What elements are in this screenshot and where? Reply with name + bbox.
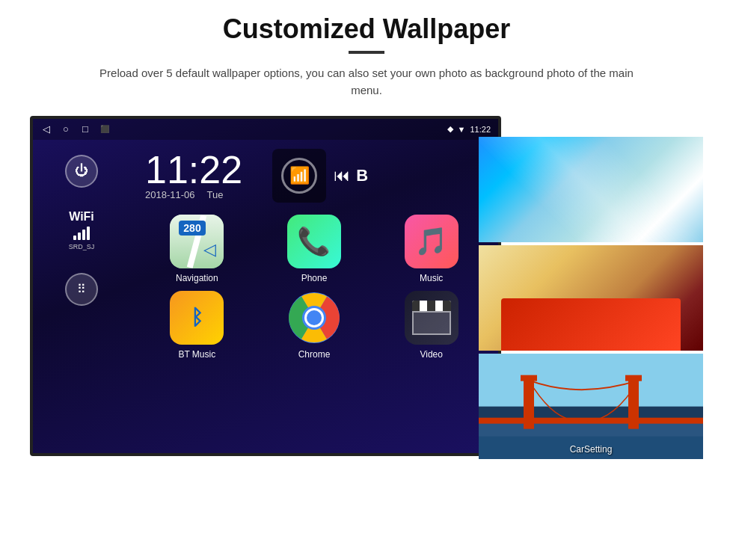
map-pin-icon: ◁ (203, 240, 216, 259)
wallpaper-thumb-2[interactable] (479, 245, 703, 351)
clock-day-value: Tue (207, 189, 224, 200)
app-grid: 280 ◁ Navigation 📞 Phone (130, 209, 498, 366)
car-setting-label: CarSetting (570, 444, 613, 455)
map-icon-content: 280 ◁ (170, 215, 224, 268)
location-icon: ◆ (447, 124, 453, 134)
app-item-music[interactable]: 🎵 Music (376, 215, 486, 283)
clock-date-value: 2018-11-06 (145, 189, 195, 200)
clock-date: 2018-11-06 Tue (145, 189, 223, 200)
back-icon[interactable]: ◁ (40, 123, 52, 135)
main-content: ◁ ○ □ ⬛ ◆ ▼ 11:22 ⏻ WiFi (30, 116, 703, 460)
page-wrapper: Customized Wallpaper Preload over 5 defa… (0, 0, 733, 560)
stripe-3 (427, 301, 435, 311)
app-item-bt-music[interactable]: ᛒ BT Music (142, 291, 252, 360)
wifi-block: WiFi SRD_SJ (69, 210, 95, 250)
home-icon[interactable]: ○ (60, 123, 72, 135)
navigation-app-icon: 280 ◁ (170, 215, 224, 268)
status-bar: ◁ ○ □ ⬛ ◆ ▼ 11:22 (33, 119, 498, 140)
bridge-svg (479, 354, 703, 459)
music-app-icon: 🎵 (405, 215, 458, 268)
prev-track-icon[interactable]: ⏮ (334, 166, 350, 185)
signal-icon: ▼ (458, 125, 466, 134)
bt-music-app-label: BT Music (178, 349, 215, 360)
app-item-chrome[interactable]: Chrome (260, 291, 369, 360)
clock-time: 11:22 (145, 150, 242, 189)
music-app-label: Music (420, 273, 443, 283)
wifi-signal-bars (73, 227, 90, 240)
svg-rect-12 (625, 375, 642, 381)
clock-area: 11:22 2018-11-06 Tue 📶 ⏮ (130, 140, 498, 209)
power-button[interactable]: ⏻ (65, 155, 98, 188)
wallpaper-thumb-1[interactable] (479, 137, 703, 242)
letter-b-label: B (356, 166, 368, 185)
svg-rect-11 (628, 377, 639, 429)
wallpaper-thumbnails: CarSetting (479, 137, 703, 460)
left-sidebar: ⏻ WiFi SRD_SJ ⠿ (33, 140, 130, 453)
ice-wallpaper-pattern (479, 137, 703, 242)
wifi-bar-2 (78, 233, 81, 240)
phone-app-label: Phone (301, 273, 328, 283)
wifi-bar-4 (87, 227, 90, 240)
phone-app-icon: 📞 (287, 215, 341, 268)
stripe-1 (412, 301, 420, 311)
screen-main: 11:22 2018-11-06 Tue 📶 ⏮ (130, 140, 498, 453)
svg-rect-9 (524, 377, 534, 429)
title-divider (349, 51, 384, 54)
red-device-display (501, 298, 681, 351)
page-title: Customized Wallpaper (223, 13, 511, 45)
wifi-bar-1 (73, 236, 76, 240)
stripe-2 (420, 301, 427, 311)
apps-grid-icon: ⠿ (77, 282, 86, 296)
wifi-bar-3 (82, 230, 85, 240)
signal-wave-icon: 📶 (289, 166, 310, 185)
clapper-top (412, 301, 451, 311)
status-time: 11:22 (470, 125, 491, 134)
wifi-label: WiFi (69, 210, 94, 224)
wifi-ssid: SRD_SJ (69, 243, 95, 250)
clapperboard-icon (412, 301, 451, 335)
map-shield: 280 (179, 221, 205, 236)
chrome-app-icon (287, 291, 341, 345)
clapper-bottom (412, 311, 451, 335)
media-controls: ⏮ B (334, 166, 368, 185)
bt-music-app-icon: ᛒ (170, 291, 224, 345)
phone-icon: 📞 (297, 226, 331, 257)
clock-block: 11:22 2018-11-06 Tue (145, 150, 242, 200)
navigation-app-label: Navigation (176, 273, 218, 283)
wallpaper-thumb-3[interactable]: CarSetting (479, 354, 703, 459)
svg-rect-10 (521, 375, 537, 381)
chrome-app-label: Chrome (298, 349, 331, 360)
stripe-4 (435, 301, 443, 311)
signal-widget: 📶 (272, 149, 326, 203)
app-item-video[interactable]: Video (376, 291, 486, 360)
status-right: ◆ ▼ 11:22 (447, 124, 491, 134)
app-item-phone[interactable]: 📞 Phone (260, 215, 369, 283)
apps-grid-button[interactable]: ⠿ (65, 273, 98, 306)
power-icon: ⏻ (75, 163, 88, 179)
page-subtitle: Preload over 5 default wallpaper options… (90, 64, 643, 99)
status-left: ◁ ○ □ ⬛ (40, 123, 111, 135)
chrome-svg-icon (289, 292, 340, 343)
app-item-navigation[interactable]: 280 ◁ Navigation (142, 215, 252, 283)
signal-circle-icon: 📶 (281, 158, 317, 194)
stripe-5 (443, 301, 450, 311)
recents-icon[interactable]: □ (79, 123, 91, 135)
music-icon: 🎵 (414, 226, 448, 257)
android-screen: ◁ ○ □ ⬛ ◆ ▼ 11:22 ⏻ WiFi (30, 116, 501, 456)
video-app-label: Video (420, 349, 442, 360)
video-app-icon (405, 291, 458, 345)
bluetooth-icon: ᛒ (191, 306, 203, 330)
svg-point-3 (307, 310, 322, 325)
screenshot-icon[interactable]: ⬛ (99, 123, 111, 135)
bridge-wallpaper-pattern (479, 354, 703, 459)
clock-icons: 📶 ⏮ B (272, 149, 368, 203)
